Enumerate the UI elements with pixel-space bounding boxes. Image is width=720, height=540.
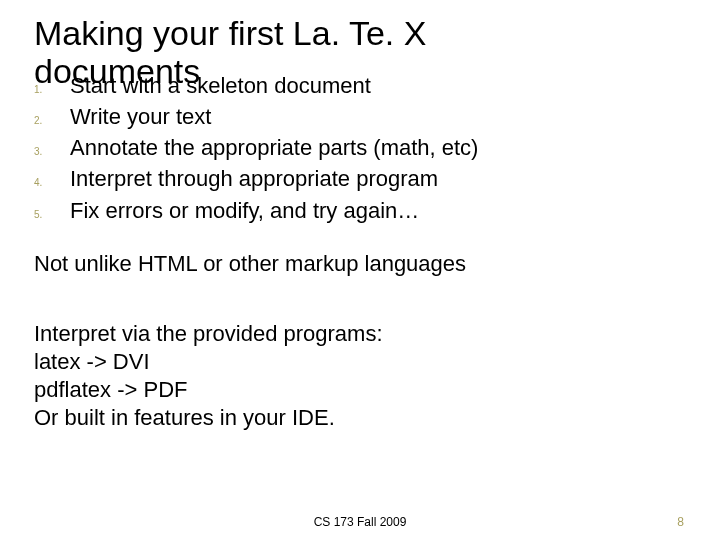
list-item: 4. Interpret through appropriate program bbox=[34, 165, 690, 193]
para1-text: Not unlike HTML or other markup language… bbox=[34, 250, 690, 278]
title-line-2: documents bbox=[34, 52, 200, 90]
slide-title: Making your first La. Te. X documents bbox=[34, 14, 426, 90]
list-number: 3. bbox=[34, 136, 70, 157]
list-item: 3. Annotate the appropriate parts (math,… bbox=[34, 134, 690, 162]
list-item: 5. Fix errors or modify, and try again… bbox=[34, 197, 690, 225]
paragraph-2: Interpret via the provided programs: lat… bbox=[34, 320, 690, 433]
list-number: 2. bbox=[34, 105, 70, 126]
footer-course: CS 173 Fall 2009 bbox=[314, 515, 407, 529]
para2-line: Or built in features in your IDE. bbox=[34, 404, 690, 432]
para2-line: pdflatex -> PDF bbox=[34, 376, 690, 404]
para2-line: latex -> DVI bbox=[34, 348, 690, 376]
para2-line: Interpret via the provided programs: bbox=[34, 320, 690, 348]
list-number: 5. bbox=[34, 199, 70, 220]
list-item: 2. Write your text bbox=[34, 103, 690, 131]
numbered-list: 1. Start with a skeleton document 2. Wri… bbox=[34, 72, 690, 228]
list-text: Fix errors or modify, and try again… bbox=[70, 197, 419, 225]
paragraph-1: Not unlike HTML or other markup language… bbox=[34, 250, 690, 278]
title-line-1: Making your first La. Te. X bbox=[34, 14, 426, 52]
list-number: 4. bbox=[34, 167, 70, 188]
list-text: Write your text bbox=[70, 103, 211, 131]
footer-page-number: 8 bbox=[677, 515, 684, 529]
list-text: Annotate the appropriate parts (math, et… bbox=[70, 134, 478, 162]
list-text: Interpret through appropriate program bbox=[70, 165, 438, 193]
